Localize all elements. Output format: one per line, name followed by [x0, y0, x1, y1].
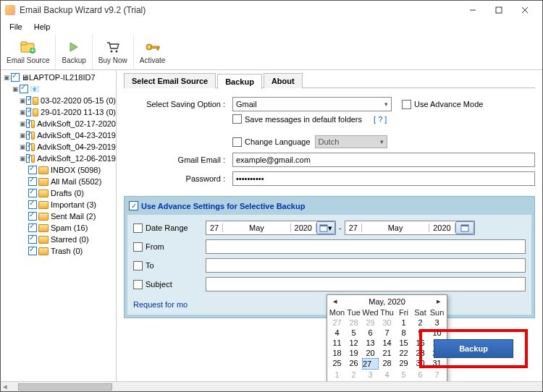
date-to-picker[interactable]: 27May2020: [345, 221, 475, 235]
cal-day[interactable]: 21: [379, 348, 395, 358]
mail-icon: 📧: [30, 85, 40, 94]
tree-folder[interactable]: ▣29-01-2020 11-13 (0): [1, 106, 116, 118]
cal-day[interactable]: 3: [429, 318, 445, 328]
cal-day[interactable]: 3: [362, 370, 379, 380]
date-from-picker[interactable]: 27May2020 ▾: [206, 221, 336, 235]
cal-day[interactable]: 22: [395, 348, 412, 358]
tree-mail-folder[interactable]: Trash (0): [1, 245, 116, 257]
svg-rect-5: [21, 42, 27, 45]
cal-day[interactable]: 30: [379, 318, 395, 328]
folder-icon: [38, 178, 49, 186]
cal-day[interactable]: 13: [362, 338, 379, 348]
cal-title[interactable]: May, 2020: [369, 297, 405, 306]
toolbar-email-source[interactable]: + Email Source: [1, 34, 56, 69]
help-link[interactable]: [ ? ]: [374, 115, 387, 124]
toolbar-backup[interactable]: Backup: [56, 34, 92, 69]
cal-day[interactable]: 1: [395, 318, 412, 328]
cal-day[interactable]: 29: [362, 318, 379, 328]
tab-about[interactable]: About: [264, 73, 303, 88]
cal-day[interactable]: 26: [345, 358, 362, 370]
cal-day[interactable]: 28: [345, 318, 362, 328]
tree-mail-folder[interactable]: Spam (16): [1, 222, 116, 234]
svg-marker-8: [70, 43, 77, 51]
minimize-button[interactable]: [460, 2, 486, 18]
menu-file[interactable]: File: [4, 21, 28, 33]
folder-tree[interactable]: ▣🖥LAPTOP-IL218ID7 ▣📧 ▣03-02-2020 05-15 (…: [1, 70, 117, 381]
menu-help[interactable]: Help: [28, 21, 56, 33]
cal-day[interactable]: 4: [379, 370, 395, 380]
tree-folder[interactable]: ▣AdvikSoft_12-06-2019: [1, 153, 116, 164]
cal-next[interactable]: ▸: [435, 297, 442, 306]
toolbar-activate[interactable]: Activate: [134, 34, 172, 69]
tree-mail-folder[interactable]: Starred (0): [1, 234, 116, 245]
tab-select-email-source[interactable]: Select Email Source: [124, 73, 216, 88]
maximize-button[interactable]: [486, 2, 512, 18]
cal-day[interactable]: 15: [395, 338, 412, 348]
to-checkbox[interactable]: [133, 261, 143, 270]
close-button[interactable]: [512, 2, 538, 18]
tree-folder[interactable]: ▣03-02-2020 05-15 (0): [1, 95, 116, 106]
email-input[interactable]: example@gmail.com: [232, 153, 535, 167]
tree-mail-folder[interactable]: INBOX (5098): [1, 164, 116, 176]
advance-settings-checkbox[interactable]: ✓: [129, 201, 138, 210]
folder-icon: [33, 97, 38, 105]
cal-day[interactable]: 5: [395, 370, 412, 380]
tree-folder[interactable]: ▣AdvikSoft_02-17-2020: [1, 118, 116, 129]
to-input[interactable]: [206, 258, 526, 273]
cal-day[interactable]: 2: [412, 318, 429, 328]
email-label: Gmail Email :: [124, 155, 232, 164]
tab-backup[interactable]: Backup: [217, 74, 262, 89]
svg-rect-16: [320, 225, 327, 226]
calendar-icon[interactable]: [455, 221, 474, 234]
cal-day[interactable]: 2: [345, 370, 362, 380]
horizontal-scrollbar[interactable]: ◂: [1, 381, 542, 391]
cal-day[interactable]: 27: [362, 358, 379, 370]
cal-day[interactable]: 12: [345, 338, 362, 348]
tree-folder[interactable]: ▣AdvikSoft_04-23-2019: [1, 129, 116, 141]
tree-mail-folder[interactable]: Sent Mail (2): [1, 210, 116, 222]
subject-input[interactable]: [206, 277, 526, 291]
cal-day[interactable]: 7: [379, 328, 395, 338]
save-default-checkbox[interactable]: [232, 114, 242, 124]
from-checkbox[interactable]: [133, 242, 143, 252]
cal-day[interactable]: 27: [329, 318, 345, 328]
toolbar-buy-now[interactable]: Buy Now: [93, 34, 134, 69]
cal-day[interactable]: 6: [412, 370, 429, 380]
cal-day[interactable]: 7: [429, 370, 445, 380]
cal-day[interactable]: 4: [329, 328, 345, 338]
cal-day[interactable]: 6: [362, 328, 379, 338]
cal-day[interactable]: 8: [395, 328, 412, 338]
key-icon: [145, 39, 161, 55]
cal-day[interactable]: 18: [329, 348, 345, 358]
language-select[interactable]: Dutch▾: [315, 135, 387, 148]
cal-day[interactable]: 20: [362, 348, 379, 358]
cal-day[interactable]: 29: [395, 358, 412, 370]
cal-day[interactable]: 25: [329, 358, 345, 370]
tree-mail-folder[interactable]: Drafts (0): [1, 187, 116, 199]
cal-day[interactable]: 1: [329, 370, 345, 380]
change-language-checkbox[interactable]: [232, 137, 242, 147]
cal-day[interactable]: 19: [345, 348, 362, 358]
scrollbar-thumb[interactable]: [18, 383, 112, 391]
toolbar: + Email Source Backup Buy Now Activate: [1, 34, 542, 70]
tree-folder[interactable]: ▣AdvikSoft_04-29-2019: [1, 141, 116, 153]
password-input[interactable]: ••••••••••: [232, 171, 535, 186]
cal-day[interactable]: 5: [345, 328, 362, 338]
date-range-checkbox[interactable]: [133, 223, 143, 233]
cal-day[interactable]: 28: [379, 358, 395, 370]
cal-prev[interactable]: ◂: [332, 297, 339, 306]
cal-day[interactable]: 14: [379, 338, 395, 348]
password-label: Password :: [124, 174, 232, 183]
svg-point-10: [115, 51, 117, 53]
chevron-down-icon: ▾: [384, 101, 388, 108]
backup-button[interactable]: Backup: [434, 339, 513, 358]
from-input[interactable]: [206, 239, 526, 254]
cal-day[interactable]: 11: [329, 338, 345, 348]
subject-checkbox[interactable]: [133, 280, 143, 289]
tree-mail-folder[interactable]: Important (3): [1, 199, 116, 210]
tree-mail-folder[interactable]: All Mail (5502): [1, 176, 116, 187]
advance-mode-checkbox[interactable]: [402, 100, 411, 109]
request-more-link[interactable]: Request for mo: [133, 300, 188, 309]
saving-option-select[interactable]: Gmail▾: [232, 97, 392, 111]
calendar-icon[interactable]: ▾: [316, 221, 335, 234]
